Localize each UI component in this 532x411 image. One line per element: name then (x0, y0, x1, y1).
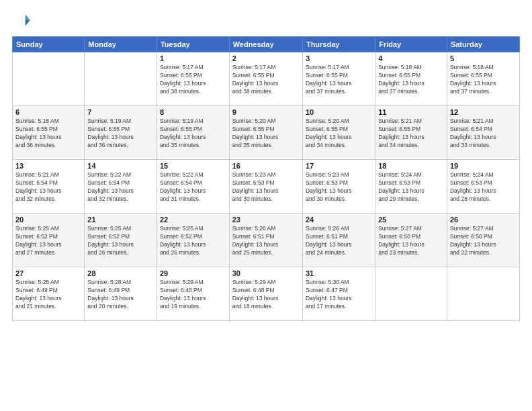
weekday-header: Friday (375, 37, 447, 52)
calendar-cell: 27Sunrise: 5:28 AM Sunset: 6:49 PM Dayli… (13, 267, 85, 321)
day-number: 2 (232, 54, 300, 62)
calendar-cell: 12Sunrise: 5:21 AM Sunset: 6:54 PM Dayli… (447, 106, 519, 160)
day-number: 11 (378, 108, 444, 116)
logo-icon (12, 11, 31, 30)
day-info: Sunrise: 5:29 AM Sunset: 6:48 PM Dayligh… (232, 279, 300, 311)
calendar-cell: 18Sunrise: 5:24 AM Sunset: 6:53 PM Dayli… (375, 160, 447, 214)
calendar-week-row: 20Sunrise: 5:25 AM Sunset: 6:52 PM Dayli… (13, 214, 520, 267)
day-info: Sunrise: 5:27 AM Sunset: 6:50 PM Dayligh… (378, 225, 444, 257)
calendar-cell: 29Sunrise: 5:29 AM Sunset: 6:48 PM Dayli… (157, 267, 229, 321)
day-number: 27 (15, 269, 81, 277)
calendar-cell: 20Sunrise: 5:25 AM Sunset: 6:52 PM Dayli… (13, 214, 85, 267)
day-info: Sunrise: 5:21 AM Sunset: 6:55 PM Dayligh… (378, 118, 444, 150)
day-number: 6 (15, 108, 81, 116)
calendar-cell: 10Sunrise: 5:20 AM Sunset: 6:55 PM Dayli… (302, 106, 375, 160)
calendar-cell: 13Sunrise: 5:21 AM Sunset: 6:54 PM Dayli… (13, 160, 85, 214)
day-info: Sunrise: 5:27 AM Sunset: 6:50 PM Dayligh… (450, 225, 517, 257)
day-info: Sunrise: 5:17 AM Sunset: 6:55 PM Dayligh… (306, 64, 372, 96)
day-info: Sunrise: 5:21 AM Sunset: 6:54 PM Dayligh… (450, 118, 517, 150)
calendar-header-row: SundayMondayTuesdayWednesdayThursdayFrid… (13, 37, 520, 52)
day-number: 21 (87, 216, 154, 224)
day-info: Sunrise: 5:18 AM Sunset: 6:55 PM Dayligh… (450, 64, 517, 96)
day-info: Sunrise: 5:23 AM Sunset: 6:53 PM Dayligh… (306, 171, 372, 203)
calendar-cell (375, 267, 447, 321)
svg-marker-0 (26, 15, 30, 20)
calendar-cell: 22Sunrise: 5:25 AM Sunset: 6:52 PM Dayli… (157, 214, 229, 267)
calendar-cell (85, 52, 157, 106)
weekday-header: Thursday (302, 37, 375, 52)
day-number: 22 (160, 216, 226, 224)
day-number: 1 (160, 54, 226, 62)
calendar-cell: 5Sunrise: 5:18 AM Sunset: 6:55 PM Daylig… (447, 52, 519, 106)
calendar-cell: 25Sunrise: 5:27 AM Sunset: 6:50 PM Dayli… (375, 214, 447, 267)
day-number: 19 (450, 162, 517, 170)
page: SundayMondayTuesdayWednesdayThursdayFrid… (0, 0, 532, 411)
calendar-week-row: 13Sunrise: 5:21 AM Sunset: 6:54 PM Dayli… (13, 160, 520, 214)
day-info: Sunrise: 5:26 AM Sunset: 6:51 PM Dayligh… (306, 225, 372, 257)
header (12, 11, 520, 30)
day-info: Sunrise: 5:24 AM Sunset: 6:53 PM Dayligh… (378, 171, 444, 203)
weekday-header: Wednesday (229, 37, 302, 52)
day-info: Sunrise: 5:24 AM Sunset: 6:53 PM Dayligh… (450, 171, 517, 203)
day-number: 12 (450, 108, 517, 116)
day-number: 4 (378, 54, 444, 62)
day-info: Sunrise: 5:20 AM Sunset: 6:55 PM Dayligh… (306, 118, 372, 150)
day-info: Sunrise: 5:28 AM Sunset: 6:49 PM Dayligh… (15, 279, 81, 311)
day-info: Sunrise: 5:28 AM Sunset: 6:49 PM Dayligh… (87, 279, 154, 311)
calendar-cell: 24Sunrise: 5:26 AM Sunset: 6:51 PM Dayli… (302, 214, 375, 267)
day-number: 24 (306, 216, 372, 224)
calendar-cell: 15Sunrise: 5:22 AM Sunset: 6:54 PM Dayli… (157, 160, 229, 214)
calendar-cell: 26Sunrise: 5:27 AM Sunset: 6:50 PM Dayli… (447, 214, 519, 267)
day-number: 16 (232, 162, 300, 170)
calendar-cell: 6Sunrise: 5:18 AM Sunset: 6:55 PM Daylig… (13, 106, 85, 160)
svg-marker-1 (26, 20, 30, 26)
day-number: 3 (306, 54, 372, 62)
day-info: Sunrise: 5:25 AM Sunset: 6:52 PM Dayligh… (160, 225, 226, 257)
day-number: 5 (450, 54, 517, 62)
day-info: Sunrise: 5:30 AM Sunset: 6:47 PM Dayligh… (306, 279, 372, 311)
day-info: Sunrise: 5:21 AM Sunset: 6:54 PM Dayligh… (15, 171, 81, 203)
day-number: 14 (87, 162, 154, 170)
day-info: Sunrise: 5:17 AM Sunset: 6:55 PM Dayligh… (160, 64, 226, 96)
day-number: 10 (306, 108, 372, 116)
day-number: 26 (450, 216, 517, 224)
day-info: Sunrise: 5:17 AM Sunset: 6:55 PM Dayligh… (232, 64, 300, 96)
calendar-cell (13, 52, 85, 106)
day-info: Sunrise: 5:18 AM Sunset: 6:55 PM Dayligh… (378, 64, 444, 96)
day-number: 9 (232, 108, 300, 116)
day-number: 7 (87, 108, 154, 116)
day-number: 8 (160, 108, 226, 116)
weekday-header: Tuesday (157, 37, 229, 52)
calendar-cell: 21Sunrise: 5:25 AM Sunset: 6:52 PM Dayli… (85, 214, 157, 267)
day-number: 23 (232, 216, 300, 224)
calendar-cell: 19Sunrise: 5:24 AM Sunset: 6:53 PM Dayli… (447, 160, 519, 214)
calendar-cell: 1Sunrise: 5:17 AM Sunset: 6:55 PM Daylig… (157, 52, 229, 106)
calendar-cell: 3Sunrise: 5:17 AM Sunset: 6:55 PM Daylig… (302, 52, 375, 106)
calendar-cell: 9Sunrise: 5:20 AM Sunset: 6:55 PM Daylig… (229, 106, 302, 160)
calendar-cell: 17Sunrise: 5:23 AM Sunset: 6:53 PM Dayli… (302, 160, 375, 214)
weekday-header: Sunday (13, 37, 85, 52)
day-number: 18 (378, 162, 444, 170)
day-info: Sunrise: 5:26 AM Sunset: 6:51 PM Dayligh… (232, 225, 300, 257)
day-number: 25 (378, 216, 444, 224)
calendar-cell: 4Sunrise: 5:18 AM Sunset: 6:55 PM Daylig… (375, 52, 447, 106)
weekday-header: Monday (85, 37, 157, 52)
day-info: Sunrise: 5:22 AM Sunset: 6:54 PM Dayligh… (160, 171, 226, 203)
day-number: 29 (160, 269, 226, 277)
calendar-cell: 31Sunrise: 5:30 AM Sunset: 6:47 PM Dayli… (302, 267, 375, 321)
day-info: Sunrise: 5:25 AM Sunset: 6:52 PM Dayligh… (87, 225, 154, 257)
day-info: Sunrise: 5:23 AM Sunset: 6:53 PM Dayligh… (232, 171, 300, 203)
calendar-cell: 14Sunrise: 5:22 AM Sunset: 6:54 PM Dayli… (85, 160, 157, 214)
day-info: Sunrise: 5:22 AM Sunset: 6:54 PM Dayligh… (87, 171, 154, 203)
calendar-cell: 7Sunrise: 5:19 AM Sunset: 6:55 PM Daylig… (85, 106, 157, 160)
calendar-table: SundayMondayTuesdayWednesdayThursdayFrid… (12, 36, 520, 321)
calendar-week-row: 27Sunrise: 5:28 AM Sunset: 6:49 PM Dayli… (13, 267, 520, 321)
day-number: 17 (306, 162, 372, 170)
calendar-cell (447, 267, 519, 321)
day-info: Sunrise: 5:19 AM Sunset: 6:55 PM Dayligh… (87, 118, 154, 150)
calendar-cell: 23Sunrise: 5:26 AM Sunset: 6:51 PM Dayli… (229, 214, 302, 267)
day-number: 15 (160, 162, 226, 170)
calendar-cell: 16Sunrise: 5:23 AM Sunset: 6:53 PM Dayli… (229, 160, 302, 214)
day-number: 28 (87, 269, 154, 277)
day-number: 31 (306, 269, 372, 277)
